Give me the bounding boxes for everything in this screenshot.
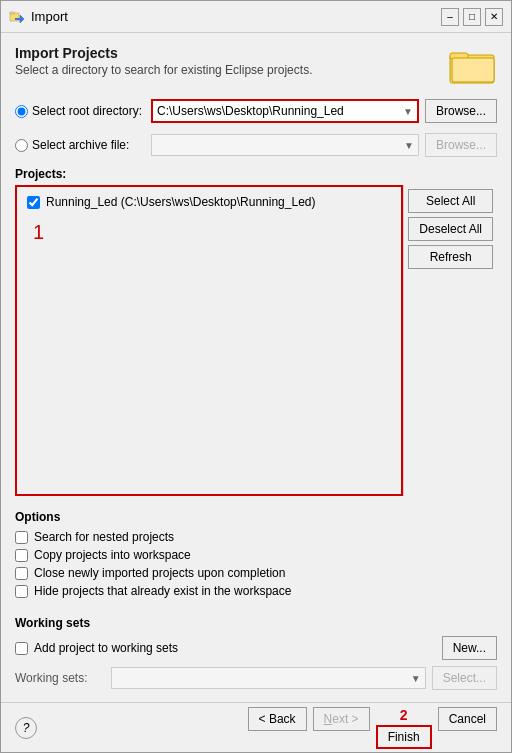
- next-rest: ext >: [332, 712, 358, 726]
- import-title-icon: [9, 9, 25, 25]
- projects-outer: Running_Led (C:\Users\ws\Desktop\Running…: [15, 185, 403, 496]
- working-sets-add-row: Add project to working sets New...: [15, 636, 497, 660]
- finish-number: 2: [400, 707, 408, 723]
- projects-label: Projects:: [15, 167, 497, 181]
- browse-root-button[interactable]: Browse...: [425, 99, 497, 123]
- root-dir-arrow: ▼: [403, 106, 413, 117]
- cancel-button[interactable]: Cancel: [438, 707, 497, 731]
- next-n: N: [324, 712, 333, 726]
- options-section: Options Search for nested projects Copy …: [15, 510, 497, 602]
- working-sets-combo-row: Working sets: ▼ Select...: [15, 666, 497, 690]
- root-dir-combo[interactable]: C:\Users\ws\Desktop\Running_Led ▼: [151, 99, 419, 123]
- option-hide: Hide projects that already exist in the …: [15, 584, 497, 598]
- option-copy: Copy projects into workspace: [15, 548, 497, 562]
- root-dir-row: Select root directory: C:\Users\ws\Deskt…: [15, 99, 497, 123]
- help-button[interactable]: ?: [15, 717, 37, 739]
- archive-row: Select archive file: ▼ Browse...: [15, 133, 497, 157]
- option-close: Close newly imported projects upon compl…: [15, 566, 497, 580]
- archive-combo: ▼: [151, 134, 419, 156]
- header-text: Import Projects Select a directory to se…: [15, 45, 312, 77]
- select-all-button[interactable]: Select All: [408, 189, 493, 213]
- title-bar: Import – □ ✕: [1, 1, 511, 33]
- list-item: Running_Led (C:\Users\ws\Desktop\Running…: [23, 193, 395, 211]
- window-title: Import: [31, 9, 68, 24]
- select-archive-radio[interactable]: [15, 139, 28, 152]
- root-dir-value: C:\Users\ws\Desktop\Running_Led: [157, 104, 344, 118]
- projects-section: Projects: Running_Led (C:\Users\ws\Deskt…: [15, 167, 497, 496]
- nav-buttons: < Back Next > 2 Finish Cancel: [248, 707, 497, 749]
- bottom-bar: ? < Back Next > 2 Finish Cancel: [1, 702, 511, 752]
- close-label: Close newly imported projects upon compl…: [34, 566, 285, 580]
- title-controls: – □ ✕: [441, 8, 503, 26]
- page-title: Import Projects: [15, 45, 312, 61]
- close-checkbox[interactable]: [15, 567, 28, 580]
- folder-icon: [449, 45, 497, 85]
- import-dialog: Import – □ ✕ Import Projects Select a di…: [0, 0, 512, 753]
- projects-buttons: Select All Deselect All Refresh: [403, 185, 497, 496]
- add-to-ws-label: Add project to working sets: [34, 641, 178, 655]
- hide-label: Hide projects that already exist in the …: [34, 584, 291, 598]
- svg-rect-1: [10, 12, 14, 14]
- copy-label: Copy projects into workspace: [34, 548, 191, 562]
- project-checkbox[interactable]: [27, 196, 40, 209]
- archive-arrow: ▼: [404, 140, 414, 151]
- form-section: Select root directory: C:\Users\ws\Deskt…: [15, 95, 497, 157]
- step-number-1: 1: [23, 211, 395, 254]
- title-bar-left: Import: [9, 9, 68, 25]
- minimize-button[interactable]: –: [441, 8, 459, 26]
- select-root-radio[interactable]: [15, 105, 28, 118]
- close-button[interactable]: ✕: [485, 8, 503, 26]
- next-button[interactable]: Next >: [313, 707, 370, 731]
- nested-checkbox[interactable]: [15, 531, 28, 544]
- ws-combo-arrow: ▼: [411, 673, 421, 684]
- project-label: Running_Led (C:\Users\ws\Desktop\Running…: [46, 195, 315, 209]
- maximize-button[interactable]: □: [463, 8, 481, 26]
- finish-button[interactable]: Finish: [376, 725, 432, 749]
- working-sets-section: Working sets Add project to working sets…: [15, 616, 497, 690]
- select-ws-button[interactable]: Select...: [432, 666, 497, 690]
- select-archive-radio-label[interactable]: Select archive file:: [15, 138, 145, 152]
- options-title: Options: [15, 510, 497, 524]
- page-subtitle: Select a directory to search for existin…: [15, 63, 312, 77]
- projects-list: Running_Led (C:\Users\ws\Desktop\Running…: [17, 187, 401, 494]
- working-sets-combo: ▼: [111, 667, 426, 689]
- select-root-radio-label[interactable]: Select root directory:: [15, 104, 145, 118]
- svg-rect-6: [452, 58, 494, 82]
- working-sets-label: Working sets:: [15, 671, 105, 685]
- hide-checkbox[interactable]: [15, 585, 28, 598]
- projects-content: Running_Led (C:\Users\ws\Desktop\Running…: [15, 185, 497, 496]
- finish-wrapper: 2 Finish: [376, 707, 432, 749]
- copy-checkbox[interactable]: [15, 549, 28, 562]
- deselect-all-button[interactable]: Deselect All: [408, 217, 493, 241]
- browse-archive-button: Browse...: [425, 133, 497, 157]
- refresh-button[interactable]: Refresh: [408, 245, 493, 269]
- header-section: Import Projects Select a directory to se…: [15, 45, 497, 85]
- add-to-ws-row: Add project to working sets: [15, 641, 178, 655]
- option-nested: Search for nested projects: [15, 530, 497, 544]
- dialog-content: Import Projects Select a directory to se…: [1, 33, 511, 702]
- add-to-ws-checkbox[interactable]: [15, 642, 28, 655]
- new-ws-button[interactable]: New...: [442, 636, 497, 660]
- back-button[interactable]: < Back: [248, 707, 307, 731]
- working-sets-title: Working sets: [15, 616, 497, 630]
- nested-label: Search for nested projects: [34, 530, 174, 544]
